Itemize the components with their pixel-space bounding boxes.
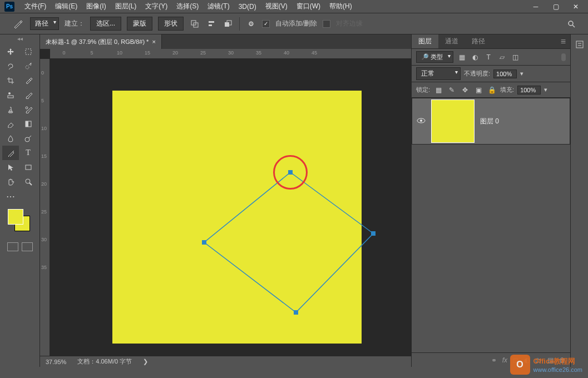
layer-thumbnail[interactable] [431,100,475,143]
delete-layer-icon[interactable]: 🗑 [559,356,566,364]
layer-visibility-icon[interactable] [417,116,426,126]
filter-toggle[interactable] [561,53,566,61]
menu-edit[interactable]: 编辑(E) [51,2,82,11]
align-edges-checkbox[interactable] [323,20,330,28]
fill-input[interactable]: 100% [517,86,541,94]
close-icon[interactable]: × [152,38,155,45]
filter-pixel-icon[interactable]: ▦ [457,52,467,62]
layer-lock-row: 锁定: ▦ ✎ ✥ ▣ 🔒 填充: 100% ▾ [412,82,570,98]
canvas-area[interactable] [50,59,411,356]
filter-shape-icon[interactable]: ▱ [497,52,507,62]
document-tab[interactable]: 未标题-1 @ 37.9% (图层 0, RGB/8#) * × [40,34,162,49]
horizontal-ruler[interactable]: 051015202530354045 [50,49,411,59]
svg-line-19 [29,183,32,185]
menu-image[interactable]: 图像(I) [82,2,110,11]
pen-tool-icon[interactable] [2,146,19,160]
path-diamond-shape[interactable] [201,171,379,326]
eraser-tool-icon[interactable] [2,117,19,131]
lock-transparency-icon[interactable]: ▦ [433,85,443,95]
window-close-icon[interactable]: ✕ [568,2,584,12]
make-mask-button[interactable]: 蒙版 [127,17,152,31]
layer-group-icon[interactable]: 🗀 [535,356,542,364]
blend-mode-dropdown[interactable]: 正常 [416,67,461,80]
menu-file[interactable]: 文件(F) [20,2,51,11]
auto-add-delete-checkbox[interactable] [262,20,270,28]
dock-properties-icon[interactable] [573,38,586,51]
lock-all-icon[interactable]: 🔒 [487,85,497,95]
window-minimize-icon[interactable]: ─ [528,2,543,12]
adjustment-layer-icon[interactable]: ◐ [524,356,530,364]
path-operations-icon[interactable] [189,18,200,29]
opacity-input[interactable]: 100% [493,69,517,78]
path-selection-tool-icon[interactable] [2,160,19,175]
color-swatches[interactable] [0,206,39,239]
crop-tool-icon[interactable] [2,73,19,88]
tab-layers[interactable]: 图层 [412,34,438,48]
screen-mode-icon[interactable] [22,242,33,251]
layer-row[interactable]: 图层 0 [412,98,570,145]
status-chevron-icon[interactable]: ❯ [143,358,148,365]
brush-tool-icon[interactable] [20,88,37,102]
filter-smart-icon[interactable]: ◫ [510,52,520,62]
tab-channels[interactable]: 通道 [438,34,465,48]
filter-adjustment-icon[interactable]: ◐ [470,52,480,62]
gradient-tool-icon[interactable] [20,117,37,131]
anchor-point-bottom[interactable] [294,310,298,315]
tool-mode-dropdown[interactable]: 路径 [30,17,59,30]
lock-artboard-icon[interactable]: ▣ [473,85,483,95]
layer-name[interactable]: 图层 0 [480,117,499,126]
healing-brush-tool-icon[interactable] [2,88,19,102]
quick-mask-icon[interactable] [7,242,18,251]
path-alignment-icon[interactable] [206,18,217,29]
menu-type[interactable]: 文字(Y) [141,2,172,11]
rectangle-tool-icon[interactable] [20,160,37,175]
menu-help[interactable]: 帮助(H) [325,2,357,11]
panel-menu-icon[interactable]: ≡ [556,34,570,48]
marquee-tool-icon[interactable] [20,44,37,59]
edit-toolbar-icon[interactable]: ⋯ [2,189,19,203]
fill-chevron-icon[interactable]: ▾ [544,86,547,93]
menu-filter[interactable]: 滤镜(T) [203,2,234,11]
quick-select-tool-icon[interactable] [20,59,37,73]
make-selection-button[interactable]: 选区... [90,17,121,31]
layer-style-icon[interactable]: fx [502,356,507,364]
zoom-tool-icon[interactable] [20,175,37,189]
search-icon[interactable] [566,18,577,29]
lasso-tool-icon[interactable] [2,59,19,73]
tab-paths[interactable]: 路径 [465,34,492,48]
lock-pixels-icon[interactable]: ✎ [447,85,457,95]
menu-select[interactable]: 选择(S) [172,2,203,11]
menu-window[interactable]: 窗口(W) [292,2,325,11]
history-brush-tool-icon[interactable] [20,102,37,117]
menu-3d[interactable]: 3D(D) [234,3,261,11]
anchor-point-right[interactable] [371,231,375,236]
layer-filter-type-dropdown[interactable]: 🔎 类型 [416,51,453,63]
opacity-chevron-icon[interactable]: ▾ [520,70,523,77]
menu-view[interactable]: 视图(V) [261,2,292,11]
pen-tool-preset-icon[interactable] [11,17,24,31]
new-layer-icon[interactable]: ▤ [547,356,554,364]
zoom-level[interactable]: 37.95% [46,359,66,365]
dodge-tool-icon[interactable] [20,131,37,146]
clone-stamp-tool-icon[interactable] [2,102,19,117]
canvas[interactable] [112,91,362,344]
tool-collapse-icon[interactable]: ◂◂ [0,34,39,42]
hand-tool-icon[interactable] [2,175,19,189]
make-shape-button[interactable]: 形状 [158,17,184,31]
layer-mask-icon[interactable]: ◻ [513,356,518,364]
blur-tool-icon[interactable] [2,131,19,146]
anchor-point-left[interactable] [202,240,206,245]
move-tool-icon[interactable] [2,44,19,59]
foreground-color-swatch[interactable] [8,209,23,225]
eyedropper-tool-icon[interactable] [20,73,37,88]
lock-position-icon[interactable]: ✥ [460,85,470,95]
link-layers-icon[interactable]: ⚭ [491,356,497,364]
document-info[interactable]: 文档：4.06M/0 字节 [77,357,132,366]
path-arrangement-icon[interactable] [223,18,234,29]
gear-icon[interactable]: ⚙ [245,18,256,29]
menu-layer[interactable]: 图层(L) [111,2,141,11]
type-tool-icon[interactable]: T [20,146,37,160]
vertical-ruler[interactable]: 05101520253035 [40,59,50,356]
filter-type-icon[interactable]: T [483,52,493,62]
window-restore-icon[interactable]: ▢ [548,2,564,12]
